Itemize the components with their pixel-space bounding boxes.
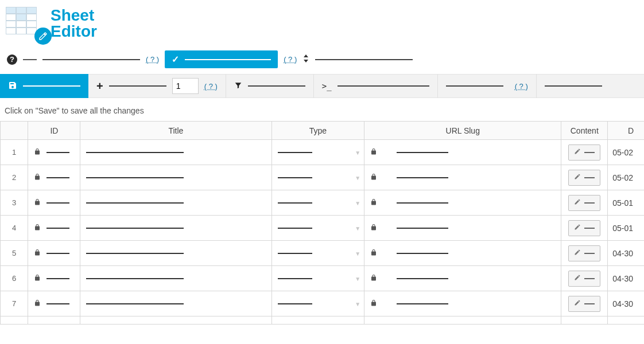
col-title[interactable]: Title [80, 122, 271, 140]
cell-id[interactable] [28, 291, 80, 316]
active-toolbar-button[interactable]: ✓ [165, 50, 278, 68]
placeholder [46, 253, 69, 254]
cell-id[interactable] [28, 266, 80, 291]
cell-slug[interactable] [364, 266, 561, 291]
cell-title[interactable] [80, 241, 271, 266]
cell-id[interactable] [28, 140, 80, 165]
filter-icon[interactable] [234, 81, 242, 91]
cell-type[interactable] [271, 316, 364, 325]
pencil-icon [574, 198, 581, 207]
placeholder [397, 303, 448, 304]
cell-title[interactable] [80, 266, 271, 291]
cell-type[interactable]: ▼ [271, 190, 364, 216]
edit-content-button[interactable] [568, 170, 600, 186]
cell-id[interactable] [28, 216, 80, 241]
dropdown-arrow-icon: ▼ [355, 174, 360, 181]
help-link[interactable]: ( ? ) [146, 55, 159, 64]
cell-date[interactable]: 05-01 [608, 190, 644, 216]
edit-content-button[interactable] [568, 220, 600, 236]
cell-date[interactable]: 04-30 [608, 291, 644, 316]
cell-title[interactable] [80, 140, 271, 165]
placeholder [584, 228, 595, 229]
placeholder [446, 85, 503, 87]
cell-slug[interactable] [364, 190, 561, 216]
placeholder [46, 303, 69, 304]
cell-date[interactable]: 04-30 [608, 241, 644, 266]
cell-slug[interactable] [364, 291, 561, 316]
cell-title[interactable] [80, 291, 271, 316]
cell-date[interactable]: 05-02 [608, 165, 644, 190]
lock-icon [370, 198, 377, 208]
edit-content-button[interactable] [568, 144, 600, 161]
placeholder [397, 278, 448, 279]
header-row: ID Title Type URL Slug Content D [1, 122, 645, 140]
placeholder [584, 177, 595, 178]
placeholder [397, 253, 448, 254]
table-row [1, 316, 645, 325]
help-icon[interactable]: ? [7, 54, 17, 65]
edit-content-button[interactable] [568, 195, 600, 211]
rows-count-input[interactable] [172, 78, 199, 94]
lock-icon [370, 173, 377, 182]
help-link[interactable]: ( ? ) [204, 82, 218, 91]
cell-type[interactable]: ▼ [271, 291, 364, 316]
cell-title[interactable] [80, 190, 271, 216]
row-number [1, 316, 28, 325]
lock-icon [370, 224, 377, 233]
cell-type[interactable]: ▼ [271, 216, 364, 241]
help-link[interactable]: ( ? ) [515, 82, 528, 91]
cell-id[interactable] [28, 190, 80, 216]
col-content[interactable]: Content [561, 122, 608, 140]
cell-type[interactable]: ▼ [271, 140, 364, 165]
edit-content-button[interactable] [568, 245, 600, 261]
plus-icon[interactable]: + [96, 80, 103, 93]
toolbar-tail [537, 74, 644, 98]
cell-id[interactable] [28, 165, 80, 190]
placeholder [584, 152, 595, 153]
cell-date[interactable]: 04-30 [608, 266, 644, 291]
placeholder [46, 278, 69, 279]
lock-icon [34, 299, 41, 308]
col-id[interactable]: ID [28, 122, 80, 140]
help-link[interactable]: ( ? ) [284, 55, 297, 64]
save-icon [8, 81, 17, 92]
pencil-icon [574, 299, 581, 308]
sort-icon[interactable] [302, 54, 309, 64]
cell-slug[interactable] [364, 140, 561, 165]
table-row: 7 ▼ [1, 291, 645, 316]
cell-date[interactable]: 05-02 [608, 140, 644, 165]
cell-content [561, 241, 608, 266]
placeholder [46, 202, 69, 204]
lock-icon [34, 173, 41, 182]
edit-content-button[interactable] [568, 296, 600, 312]
cell-id[interactable] [28, 316, 80, 325]
cell-title[interactable] [80, 316, 271, 325]
pencil-circle-icon [34, 28, 52, 45]
brand-text-1: Sheet [51, 7, 97, 24]
save-button[interactable] [0, 74, 88, 98]
cell-date[interactable] [608, 316, 644, 325]
cell-slug[interactable] [364, 316, 561, 325]
col-slug[interactable]: URL Slug [364, 122, 561, 140]
cell-title[interactable] [80, 216, 271, 241]
cell-title[interactable] [80, 165, 271, 190]
col-type[interactable]: Type [271, 122, 364, 140]
edit-content-button[interactable] [568, 271, 600, 287]
cell-date[interactable]: 05-01 [608, 216, 644, 241]
dropdown-arrow-icon: ▼ [355, 250, 360, 256]
placeholder [397, 202, 448, 204]
col-rownum [1, 122, 28, 140]
table-row: 3 ▼ [1, 190, 645, 216]
cell-type[interactable]: ▼ [271, 266, 364, 291]
dropdown-arrow-icon: ▼ [355, 200, 360, 206]
terminal-icon[interactable]: >_ [322, 81, 332, 91]
cell-type[interactable]: ▼ [271, 165, 364, 190]
cell-slug[interactable] [364, 241, 561, 266]
col-date[interactable]: D [608, 122, 644, 140]
cell-slug[interactable] [364, 165, 561, 190]
placeholder [86, 202, 184, 204]
cell-slug[interactable] [364, 216, 561, 241]
cell-id[interactable] [28, 241, 80, 266]
spreadsheet-table: ID Title Type URL Slug Content D 1 ▼ [0, 121, 644, 325]
cell-type[interactable]: ▼ [271, 241, 364, 266]
